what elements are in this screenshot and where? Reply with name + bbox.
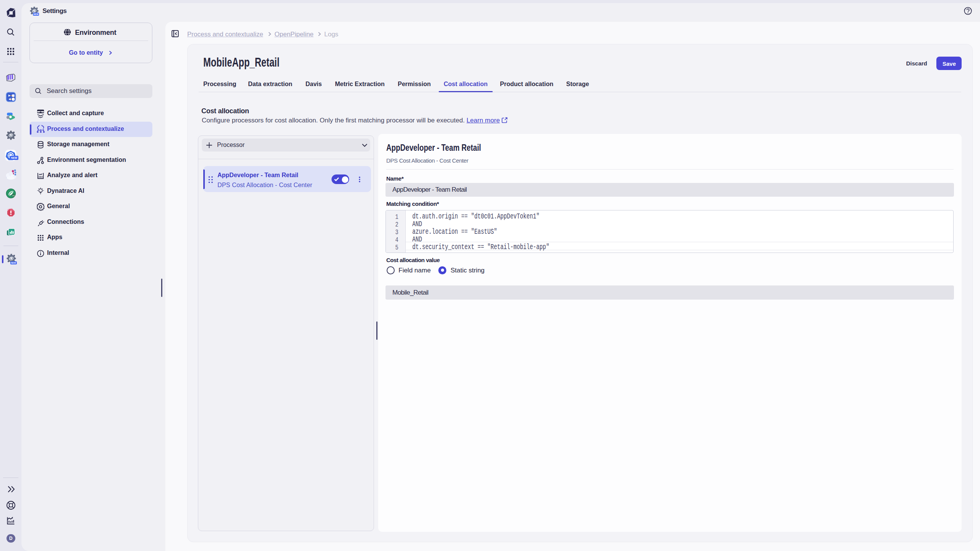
svg-text:10: 10 xyxy=(12,194,15,197)
